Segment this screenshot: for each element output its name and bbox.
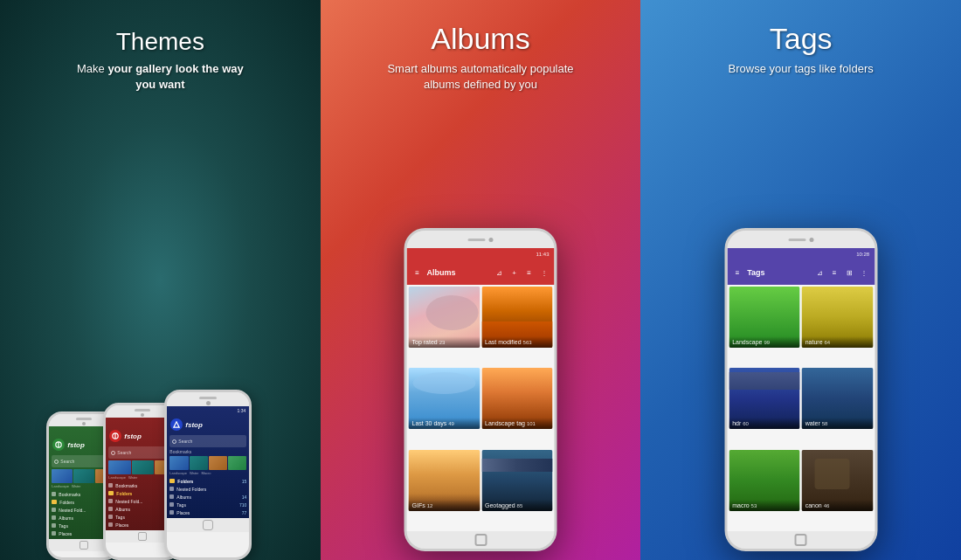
fstop-logo-1: fstop: [67, 441, 85, 449]
last30-count: 49: [448, 421, 454, 426]
add-icon: +: [509, 267, 520, 278]
landscapetag-count: 101: [527, 421, 536, 426]
album-toprated-label: Top rated 23: [409, 336, 480, 348]
tags-grid-icon: ⊞: [844, 267, 854, 278]
album-gifs: GIFs 12: [409, 450, 480, 511]
nature-count: 64: [824, 340, 830, 345]
tag-nature: nature 64: [802, 287, 874, 348]
tags-filter-icon: ⊿: [814, 267, 825, 278]
tags-phone: 10:28 ≡ Tags ⊿ ≡ ⊞ ⋮ Landscape 99: [724, 228, 877, 551]
tags-app-bar: ≡ Tags ⊿ ≡ ⊞ ⋮: [727, 260, 875, 285]
tag-hdr: hdr 60: [729, 368, 800, 429]
theme-phone-3-screen: 1:34 fstop Search Bookmarks: [167, 406, 249, 518]
albums-status-bar: 11:43: [407, 248, 555, 260]
theme-phone-3: 1:34 fstop Search Bookmarks: [164, 390, 252, 560]
menu-icon: ≡: [412, 267, 423, 278]
gifs-count: 12: [427, 503, 433, 508]
albums-time: 11:43: [536, 252, 549, 257]
tag-landscape: Landscape 99: [729, 287, 800, 348]
landscape-tag-count: 99: [764, 340, 770, 345]
canon-count: 46: [824, 503, 830, 508]
albums-grid: Top rated 23 Last modified 563: [407, 285, 555, 531]
themes-subtitle: Make your gallery look the wayyou want: [59, 61, 261, 93]
sort-icon: ≡: [524, 267, 535, 278]
album-geotagged: Geotagged 85: [481, 450, 553, 511]
albums-title: Albums: [431, 22, 529, 56]
album-toprated: Top rated 23: [409, 287, 480, 348]
tag-macro-label: macro 53: [729, 500, 800, 511]
tags-time: 10:28: [856, 252, 869, 257]
water-count: 58: [822, 421, 828, 426]
albums-screen: 11:43 ≡ Albums ⊿ + ≡ ⋮ Top rated 23: [407, 248, 555, 531]
more-icon: ⋮: [539, 267, 550, 278]
tags-panel: Tags Browse your tags like folders 10:28…: [640, 0, 961, 560]
tags-grid: Landscape 99 nature 64 hdr 60: [727, 285, 875, 531]
geotagged-count: 85: [517, 503, 523, 508]
album-last30: Last 30 days 49: [409, 368, 480, 429]
tags-bar-title: Tags: [747, 268, 810, 277]
tag-nature-label: nature 64: [802, 336, 874, 348]
album-landscape-tag: Landscape tag 101: [481, 368, 553, 429]
home-button: [474, 534, 487, 546]
tags-status-bar: 10:28: [727, 248, 875, 260]
tag-landscape-label: Landscape 99: [729, 336, 800, 348]
albums-app-bar: ≡ Albums ⊿ + ≡ ⋮: [407, 260, 555, 285]
album-gifs-label: GIFs 12: [409, 500, 480, 511]
tag-water: water 58: [802, 368, 874, 429]
toprated-count: 23: [439, 340, 446, 345]
tags-screen: 10:28 ≡ Tags ⊿ ≡ ⊞ ⋮ Landscape 99: [727, 248, 875, 531]
tag-hdr-label: hdr 60: [729, 418, 800, 429]
albums-phone: 11:43 ≡ Albums ⊿ + ≡ ⋮ Top rated 23: [404, 228, 557, 551]
album-landscape-tag-label: Landscape tag 101: [481, 418, 553, 429]
tags-more-icon: ⋮: [859, 267, 869, 278]
filter-icon: ⊿: [494, 267, 505, 278]
albums-subtitle: Smart albums automatically populatealbum…: [370, 61, 591, 93]
svg-marker-4: [174, 422, 179, 427]
tags-title: Tags: [770, 22, 833, 56]
album-last30-label: Last 30 days 49: [409, 418, 480, 429]
fstop-logo-2: fstop: [124, 432, 142, 440]
macro-count: 53: [751, 503, 757, 508]
tag-water-label: water 58: [802, 418, 874, 429]
tag-canon-label: canon 46: [802, 500, 874, 511]
phone-top-bar: [407, 231, 555, 248]
tags-home-button: [795, 534, 807, 546]
tag-macro: macro 53: [729, 450, 800, 511]
tags-sort-icon: ≡: [829, 267, 840, 278]
album-geotagged-label: Geotagged 85: [481, 500, 553, 511]
lastmodified-count: 563: [523, 340, 532, 345]
tag-canon: canon 46: [802, 450, 874, 511]
phone-bottom-bar: [407, 531, 555, 549]
album-lastmodified: Last modified 563: [481, 287, 553, 348]
album-lastmodified-label: Last modified 563: [481, 336, 553, 348]
hdr-count: 60: [743, 421, 749, 426]
tags-phone-top: [727, 231, 875, 248]
tags-phone-bottom: [727, 531, 875, 549]
themes-title: Themes: [116, 28, 204, 56]
themes-panel: Themes Make your gallery look the wayyou…: [0, 0, 321, 560]
fstop-logo-3: fstop: [185, 421, 203, 429]
albums-bar-title: Albums: [427, 268, 490, 277]
albums-panel: Albums Smart albums automatically popula…: [321, 0, 641, 560]
tags-subtitle: Browse your tags like folders: [711, 61, 891, 77]
themes-phones: 1:34 fstop Search LandscapeW: [38, 315, 282, 560]
tags-menu-icon: ≡: [732, 267, 743, 278]
